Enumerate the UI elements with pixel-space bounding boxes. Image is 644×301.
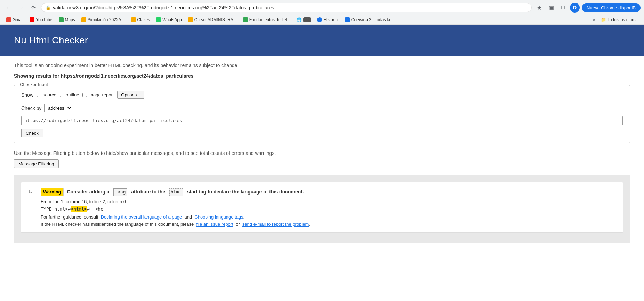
globe-badge: 11 — [303, 17, 311, 22]
check-button[interactable]: Check — [21, 129, 43, 137]
result-body: Warning Consider adding a lang attribute… — [41, 188, 616, 227]
file-issue-link[interactable]: file an issue report — [196, 222, 233, 227]
extensions-button[interactable]: ▣ — [546, 3, 556, 13]
check-by-label: Check by — [21, 105, 41, 111]
browser-chrome: ← → ⟳ 🔒 ★ ▣ □ D Nuevo Chrome disponiB Gm… — [0, 0, 644, 25]
result-misidentified: If the HTML checker has misidentified th… — [41, 222, 616, 227]
bookmark-globe[interactable]: 🌐 11 — [294, 16, 314, 23]
show-label: Show — [21, 92, 33, 98]
checker-input-legend: Checker Input — [18, 82, 49, 87]
more-bookmarks-button[interactable]: » — [590, 16, 597, 24]
bookmark-star-button[interactable]: ★ — [534, 3, 544, 13]
options-button[interactable]: Options... — [117, 91, 144, 99]
bookmark-curso[interactable]: Curso: ADMINISTRA... — [185, 16, 240, 23]
bookmark-clases[interactable]: Clases — [128, 16, 153, 23]
bookmark-whatsapp-label: WhatsApp — [162, 17, 182, 22]
bookmark-youtube-label: YouTube — [36, 17, 52, 22]
bookmark-sim-label: Simulación 2022A... — [88, 17, 125, 22]
bookmark-cuevana[interactable]: Cuevana 3 | Todas la... — [342, 16, 396, 23]
bookmark-clases-label: Clases — [137, 17, 150, 22]
message-filtering-button[interactable]: Message Filtering — [14, 159, 59, 168]
page-content: Nu Html Checker This tool is an ongoing … — [0, 25, 644, 290]
folder-icon: 📁 — [601, 17, 606, 22]
clases-icon — [131, 17, 136, 22]
result-number: 1. — [28, 188, 35, 227]
outline-checkbox-label[interactable]: outline — [60, 92, 79, 97]
result-message-before: Consider adding a — [67, 189, 109, 195]
bookmark-maps-label: Maps — [65, 17, 75, 22]
result-location: From line 1, column 16; to line 2, colum… — [41, 199, 616, 204]
profile-button[interactable]: D — [570, 3, 580, 13]
bookmark-cuevana-label: Cuevana 3 | Todas la... — [351, 17, 394, 22]
curso-icon — [188, 17, 193, 22]
choosing-tags-link[interactable]: Choosing language tags — [194, 214, 243, 220]
bookmark-curso-label: Curso: ADMINISTRA... — [194, 17, 237, 22]
back-button[interactable]: ← — [3, 3, 13, 13]
result-message-after: start tag to declare the language of thi… — [187, 189, 304, 195]
result-code: TYPE html>↵<html>↵ <he — [41, 206, 616, 212]
url-input[interactable] — [21, 116, 623, 125]
bookmark-gmail-label: Gmail — [13, 17, 23, 22]
sim-icon — [81, 17, 86, 22]
split-view-button[interactable]: □ — [558, 3, 568, 13]
tool-description: This tool is an ongoing experiment in be… — [14, 63, 630, 68]
declaring-language-link[interactable]: Declaring the overall language of a page — [101, 214, 182, 220]
reload-button[interactable]: ⟳ — [29, 3, 38, 13]
bookmark-hist[interactable]: Historial — [314, 16, 341, 23]
lang-tag: lang — [113, 188, 127, 196]
toolbar-actions: ★ ▣ □ D Nuevo Chrome disponiB — [534, 3, 641, 13]
code-highlight: <html> — [71, 206, 87, 212]
bookmark-whatsapp[interactable]: WhatsApp — [153, 16, 184, 23]
address-bar: 🔒 — [41, 3, 532, 12]
source-label: source — [43, 92, 56, 97]
cuevana-icon — [345, 17, 350, 22]
all-bookmarks-label: Todos los marca — [607, 17, 638, 22]
bookmark-hist-label: Historial — [323, 17, 338, 22]
whatsapp-icon — [156, 17, 161, 22]
chrome-update-button[interactable]: Nuevo Chrome disponiB — [582, 3, 641, 12]
bookmark-maps[interactable]: Maps — [56, 16, 78, 23]
bookmark-sim[interactable]: Simulación 2022A... — [79, 16, 128, 23]
source-checkbox-label[interactable]: source — [37, 92, 56, 97]
source-checkbox[interactable] — [37, 93, 41, 97]
result-message-middle: attribute to the — [131, 189, 165, 195]
site-header: Nu Html Checker — [0, 25, 644, 56]
bookmark-youtube[interactable]: YouTube — [27, 16, 55, 23]
filtering-description: Use the Message Filtering button below t… — [14, 150, 630, 156]
hist-icon — [317, 17, 322, 22]
gmail-icon — [6, 17, 11, 22]
send-email-link[interactable]: send e-mail to report the problem — [242, 222, 309, 227]
browser-toolbar: ← → ⟳ 🔒 ★ ▣ □ D Nuevo Chrome disponiB — [0, 0, 644, 15]
image-report-checkbox[interactable] — [82, 93, 87, 97]
outline-label: outline — [66, 92, 79, 97]
check-by-select[interactable]: address — [44, 104, 72, 112]
bookmarks-bar: Gmail YouTube Maps Simulación 2022A... C… — [0, 15, 644, 25]
youtube-icon — [30, 17, 34, 22]
show-row: Show source outline image report Options… — [21, 91, 623, 99]
security-icon: 🔒 — [46, 5, 51, 10]
check-by-row: Check by address — [21, 104, 623, 112]
image-report-label: image report — [88, 92, 114, 97]
outline-checkbox[interactable] — [60, 93, 64, 97]
html-tag: html — [169, 188, 183, 196]
bookmark-gmail[interactable]: Gmail — [3, 16, 26, 23]
result-guidance: For further guidance, consult Declaring … — [41, 214, 616, 220]
address-input[interactable] — [53, 5, 527, 10]
all-bookmarks-button[interactable]: 📁 Todos los marca — [598, 16, 641, 23]
results-area: 1. Warning Consider adding a lang attrib… — [14, 175, 630, 243]
image-report-checkbox-label[interactable]: image report — [82, 92, 114, 97]
maps-icon — [59, 17, 64, 22]
fund-icon — [243, 17, 248, 22]
checker-input-box: Checker Input Show source outline image … — [14, 85, 630, 143]
globe-icon: 🌐 — [297, 17, 302, 22]
forward-button[interactable]: → — [16, 3, 26, 13]
showing-results: Showing results for https://rodrigodzl1.… — [14, 73, 630, 79]
result-title: Warning Consider adding a lang attribute… — [41, 188, 616, 196]
bookmark-fund[interactable]: Fundamentos de Tel... — [240, 16, 293, 23]
main-content: This tool is an ongoing experiment in be… — [0, 56, 644, 250]
warning-badge: Warning — [41, 188, 64, 196]
result-item: 1. Warning Consider adding a lang attrib… — [21, 182, 623, 233]
page-title: Nu Html Checker — [14, 35, 630, 46]
bookmark-fund-label: Fundamentos de Tel... — [249, 17, 291, 22]
